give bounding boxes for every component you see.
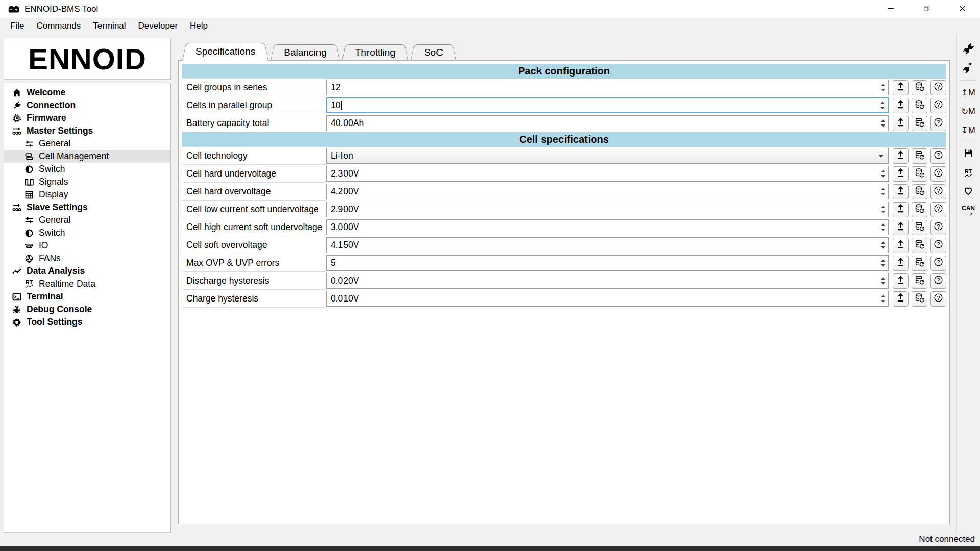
spin-up-button[interactable]: [881, 223, 885, 226]
write-value-button[interactable]: [893, 148, 909, 164]
help-button[interactable]: ?: [930, 166, 946, 182]
menu-terminal[interactable]: Terminal: [87, 18, 132, 34]
favorites-button[interactable]: [960, 185, 977, 199]
write-master-button[interactable]: ↥M: [960, 85, 977, 99]
help-button[interactable]: ?: [930, 98, 946, 113]
spinner[interactable]: [878, 203, 888, 216]
sidebar-item-master-settings[interactable]: Master Settings: [4, 124, 170, 137]
max-ovp-uvp-errors-input[interactable]: 5: [326, 255, 889, 271]
cell-groups-in-series-input[interactable]: 12: [326, 80, 889, 95]
tab-throttling[interactable]: Throttling: [342, 44, 409, 60]
read-value-button[interactable]: [912, 98, 927, 113]
cell-technology-combobox[interactable]: Li-Ion: [326, 148, 889, 164]
spin-down-button[interactable]: [881, 264, 885, 267]
write-value-button[interactable]: [893, 166, 909, 182]
spinner[interactable]: [878, 81, 888, 94]
spin-down-button[interactable]: [881, 246, 885, 249]
realtime-data-button[interactable]: RT: [960, 166, 977, 180]
write-value-button[interactable]: [893, 238, 909, 253]
spinner[interactable]: [878, 274, 888, 288]
sidebar-item-slave-settings[interactable]: Slave Settings: [4, 201, 170, 214]
spin-down-button[interactable]: [881, 175, 885, 178]
spin-down-button[interactable]: [881, 282, 885, 285]
charge-hysteresis-input[interactable]: 0.010V: [326, 291, 889, 307]
help-button[interactable]: ?: [930, 273, 946, 289]
close-button[interactable]: [944, 0, 980, 18]
write-value-button[interactable]: [893, 80, 909, 95]
read-value-button[interactable]: [912, 80, 927, 95]
read-value-button[interactable]: [912, 148, 927, 164]
spin-up-button[interactable]: [880, 102, 885, 104]
spin-down-button[interactable]: [881, 124, 885, 127]
spinner[interactable]: [878, 185, 888, 198]
write-value-button[interactable]: [893, 98, 909, 113]
menu-developer[interactable]: Developer: [132, 18, 184, 34]
tab-specifications[interactable]: Specifications: [182, 43, 268, 60]
cells-in-parallel-group-input[interactable]: 10: [326, 97, 889, 113]
sidebar-item-welcome[interactable]: Welcome: [4, 86, 170, 99]
help-button[interactable]: ?: [930, 256, 946, 271]
spinner[interactable]: [878, 292, 888, 306]
spin-up-button[interactable]: [881, 241, 885, 244]
sidebar-item-io[interactable]: IO: [4, 239, 170, 252]
sidebar-item-terminal[interactable]: Terminal: [4, 290, 170, 303]
spinner[interactable]: [877, 99, 887, 112]
reload-master-button[interactable]: ↻M: [960, 104, 977, 118]
menu-help[interactable]: Help: [184, 18, 214, 34]
sidebar-item-general[interactable]: General: [4, 214, 170, 227]
write-value-button[interactable]: [893, 256, 909, 271]
help-button[interactable]: ?: [930, 116, 946, 131]
write-value-button[interactable]: [893, 184, 909, 199]
sidebar-item-general[interactable]: General: [4, 137, 170, 150]
sidebar-item-realtime-data[interactable]: RTRealtime Data: [4, 278, 170, 290]
sidebar-item-cell-management[interactable]: Cell Management: [4, 150, 170, 163]
connect-button[interactable]: [960, 42, 977, 57]
tab-balancing[interactable]: Balancing: [271, 44, 339, 60]
spin-up-button[interactable]: [881, 84, 885, 86]
spin-up-button[interactable]: [881, 277, 885, 280]
spin-down-button[interactable]: [880, 107, 885, 109]
read-value-button[interactable]: [912, 220, 927, 235]
help-button[interactable]: ?: [930, 238, 946, 253]
spin-up-button[interactable]: [881, 170, 885, 172]
spinner[interactable]: [878, 238, 888, 252]
minimize-button[interactable]: [873, 0, 909, 18]
spin-down-button[interactable]: [881, 193, 885, 195]
sidebar-item-display[interactable]: Display: [4, 188, 170, 201]
help-button[interactable]: ?: [930, 202, 946, 217]
cell-high-current-soft-undervoltage-input[interactable]: 3.000V: [326, 219, 889, 235]
restore-button[interactable]: [909, 0, 944, 18]
sidebar-item-signals[interactable]: Signals: [4, 176, 170, 188]
read-value-button[interactable]: [912, 238, 927, 253]
cell-hard-undervoltage-input[interactable]: 2.300V: [326, 166, 889, 182]
spinner[interactable]: [878, 167, 888, 181]
battery-capacity-total-input[interactable]: 40.00Ah: [326, 115, 889, 131]
disconnect-button[interactable]: [960, 61, 977, 76]
discharge-hysteresis-input[interactable]: 0.020V: [326, 273, 889, 289]
read-value-button[interactable]: [912, 273, 927, 289]
sidebar-item-data-analysis[interactable]: Data Analysis: [4, 265, 170, 278]
spin-down-button[interactable]: [881, 89, 885, 91]
cell-hard-overvoltage-input[interactable]: 4.200V: [326, 184, 889, 199]
help-button[interactable]: ?: [930, 80, 946, 95]
menu-commands[interactable]: Commands: [30, 18, 87, 34]
read-value-button[interactable]: [912, 291, 927, 307]
can-scan-button[interactable]: CAN: [960, 204, 977, 218]
write-value-button[interactable]: [893, 291, 909, 307]
write-value-button[interactable]: [893, 273, 909, 289]
spinner[interactable]: [878, 116, 888, 130]
help-button[interactable]: ?: [930, 184, 946, 199]
sidebar-item-switch[interactable]: Switch: [4, 163, 170, 176]
sidebar-item-connection[interactable]: Connection: [4, 99, 170, 112]
spin-up-button[interactable]: [881, 119, 885, 122]
read-value-button[interactable]: [912, 166, 927, 182]
spin-up-button[interactable]: [881, 295, 885, 297]
read-value-button[interactable]: [912, 202, 927, 217]
help-button[interactable]: ?: [930, 291, 946, 307]
help-button[interactable]: ?: [930, 148, 946, 164]
save-button[interactable]: [960, 147, 977, 161]
spin-down-button[interactable]: [881, 300, 885, 303]
write-value-button[interactable]: [893, 116, 909, 131]
menu-file[interactable]: File: [4, 18, 30, 34]
spin-up-button[interactable]: [881, 188, 885, 190]
